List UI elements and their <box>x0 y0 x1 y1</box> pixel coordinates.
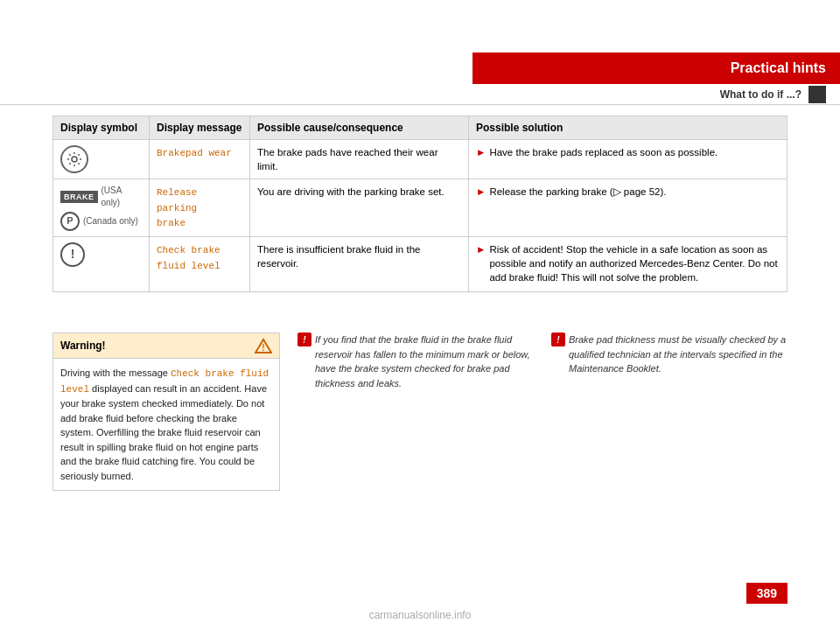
table-row: Brakepad wear The brake pads have reache… <box>53 140 788 179</box>
gear-icon <box>66 151 82 167</box>
subheader-subtitle: What to do if ...? <box>720 88 802 101</box>
solution-cell-fluid: ► Risk of accident! Stop the vehicle in … <box>469 237 788 292</box>
usa-only-label: (USA only) <box>102 185 142 209</box>
symbol-cell-brake: BRAKE (USA only) P (Canada only) <box>53 179 150 237</box>
p-circle-icon: P <box>60 212 80 231</box>
warning-title: Warning! <box>60 340 106 352</box>
solution-item: ► Release the parking brake (▷ page 52). <box>476 185 780 199</box>
message-cell-fluid: Check brakefluid level <box>150 237 250 292</box>
solution-cell-brakepad: ► Have the brake pads replaced as soon a… <box>469 140 788 179</box>
brake-row2: P (Canada only) <box>60 212 138 231</box>
gear-circle-icon <box>60 145 88 173</box>
warning-body: Driving with the message Check brake flu… <box>53 359 279 490</box>
info-row-1: ! If you find that the brake fluid in th… <box>298 332 534 390</box>
info-text-1: If you find that the brake fluid in the … <box>315 332 534 390</box>
col-header-solution: Possible solution <box>469 116 788 140</box>
cause-cell-brakepad: The brake pads have reached their wear l… <box>250 140 469 179</box>
warning-box: Warning! ! Driving with the message Chec… <box>52 332 280 491</box>
canada-only-label: (Canada only) <box>83 215 138 228</box>
fluid-message: Check brakefluid level <box>157 245 220 270</box>
arrow-icon: ► <box>476 242 486 256</box>
svg-point-0 <box>72 157 77 162</box>
info-row-2: ! Brake pad thickness must be visually c… <box>551 332 788 376</box>
solution-text-brakepad: Have the brake pads replaced as soon as … <box>489 145 718 159</box>
solution-text-fluid: Risk of accident! Stop the vehicle in a … <box>489 242 780 284</box>
info-block-1: ! If you find that the brake fluid in th… <box>298 332 534 390</box>
table-row: ! Check brakefluid level There is insuff… <box>53 237 788 292</box>
solution-cell-parking: ► Release the parking brake (▷ page 52). <box>469 179 788 237</box>
info-text-2: Brake pad thickness must be visually che… <box>569 332 788 376</box>
info-icon-2: ! <box>551 332 565 346</box>
arrow-icon: ► <box>476 185 486 199</box>
exclamation-circle-icon: ! <box>60 242 85 267</box>
table-header-row: Display symbol Display message Possible … <box>53 116 788 140</box>
col-header-cause: Possible cause/consequence <box>250 116 469 140</box>
brakepad-message: Brakepad wear <box>157 148 232 158</box>
info-block-2: ! Brake pad thickness must be visually c… <box>551 332 788 390</box>
svg-text:!: ! <box>262 343 264 353</box>
symbol-cell-fluid: ! <box>53 237 150 292</box>
solution-item: ► Have the brake pads replaced as soon a… <box>476 145 780 159</box>
info-icon-1: ! <box>298 332 312 346</box>
brake-symbol-group: BRAKE (USA only) P (Canada only) <box>60 185 142 231</box>
exclamation-mark: ! <box>71 246 75 263</box>
subheader-square <box>808 86 826 103</box>
info-section: ! If you find that the brake fluid in th… <box>298 332 788 390</box>
cause-cell-fluid: There is insufficient brake fluid in the… <box>250 237 469 292</box>
message-cell-brakepad: Brakepad wear <box>150 140 250 179</box>
brake-label: BRAKE <box>60 191 98 204</box>
solution-item: ► Risk of accident! Stop the vehicle in … <box>476 242 780 284</box>
symbol-cell-gear <box>53 140 150 179</box>
cause-cell-parking: You are driving with the parking brake s… <box>250 179 469 237</box>
warning-header: Warning! ! <box>53 333 279 359</box>
watermark: carmanualsonline.info <box>369 609 472 621</box>
subheader-bar: What to do if ...? <box>0 84 840 105</box>
col-header-message: Display message <box>150 116 250 140</box>
table-row: BRAKE (USA only) P (Canada only) Release… <box>53 179 788 237</box>
message-cell-parking: Release parkingbrake <box>150 179 250 237</box>
page-number: 389 <box>746 583 788 604</box>
parking-message: Release parkingbrake <box>157 187 197 228</box>
arrow-icon: ► <box>476 145 486 159</box>
col-header-symbol: Display symbol <box>53 116 150 140</box>
brake-row1: BRAKE (USA only) <box>60 185 142 209</box>
warning-monospace-1: Check brake fluid level <box>60 368 269 395</box>
solution-text-parking: Release the parking brake (▷ page 52). <box>489 185 666 199</box>
header-title: Practical hints <box>731 60 826 76</box>
main-table: Display symbol Display message Possible … <box>52 116 788 292</box>
header-bar: Practical hints <box>472 52 840 84</box>
warning-triangle-icon: ! <box>255 338 272 354</box>
